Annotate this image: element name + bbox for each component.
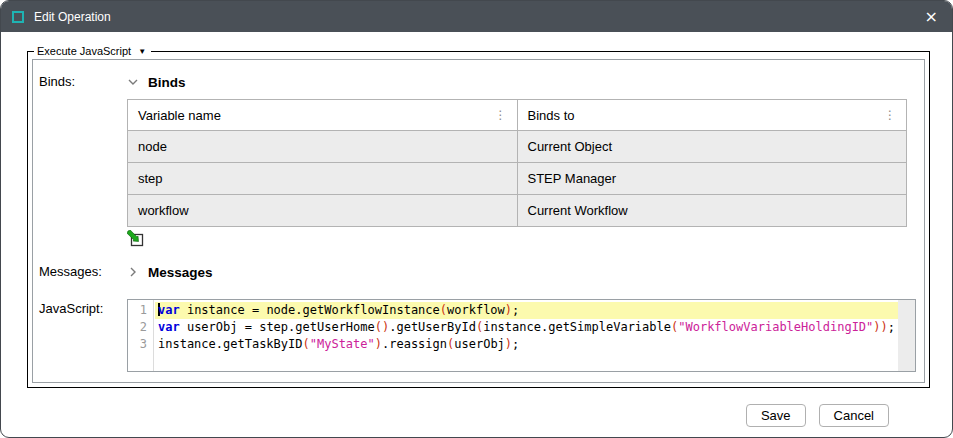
dropdown-caret-icon: ▼	[138, 47, 146, 56]
operation-form: Binds: Binds	[32, 59, 925, 383]
binds-table-row[interactable]: workflowCurrent Workflow	[128, 195, 907, 227]
editor-line-number-gutter: 123	[128, 300, 154, 371]
window-title: Edit Operation	[34, 10, 111, 24]
code-token: ;	[512, 337, 519, 351]
operation-type-label: Execute JavaScript	[37, 45, 131, 57]
code-token: "WorkflowVariableHoldingID"	[678, 320, 873, 334]
messages-section-toggle[interactable]: Messages	[127, 262, 916, 282]
save-button[interactable]: Save	[746, 404, 806, 427]
dialog-content: Execute JavaScript ▼ Binds: Binds	[1, 32, 952, 427]
code-token: userObj = step.getUserHome	[180, 320, 375, 334]
messages-section-title: Messages	[148, 265, 213, 280]
chevron-right-icon	[127, 266, 139, 278]
code-line[interactable]: instance.getTaskByID("MyState").reassign…	[155, 336, 898, 353]
binds-section-toggle[interactable]: Binds	[127, 72, 916, 92]
line-number: 1	[128, 302, 153, 319]
code-token: var	[158, 320, 180, 334]
binds-to-cell[interactable]: Current Object	[517, 131, 907, 163]
binds-form-row: Binds: Binds	[39, 72, 916, 248]
cancel-button[interactable]: Cancel	[819, 404, 889, 427]
code-token: ()	[375, 320, 389, 334]
code-token: .reassign	[382, 337, 447, 351]
binds-section-title: Binds	[148, 75, 186, 90]
code-token: )	[505, 303, 512, 317]
variable-name-cell[interactable]: node	[128, 131, 518, 163]
code-token: workflow	[447, 303, 505, 317]
code-token: )	[375, 337, 382, 351]
edit-operation-dialog: Edit Operation × Execute JavaScript ▼ Bi…	[0, 0, 953, 438]
dialog-button-row: Save Cancel	[27, 388, 926, 427]
line-number: 3	[128, 336, 153, 353]
chevron-down-icon	[127, 76, 139, 88]
javascript-field-label: JavaScript:	[39, 299, 127, 372]
code-token: .getUserById	[389, 320, 476, 334]
operation-type-dropdown[interactable]: Execute JavaScript ▼	[34, 45, 151, 57]
binds-table: Variable name ⋮ Binds to ⋮	[127, 99, 907, 227]
javascript-code-editor[interactable]: 123 var instance = node.getWorkflowInsta…	[127, 299, 916, 372]
binds-to-cell[interactable]: Current Workflow	[517, 195, 907, 227]
titlebar: Edit Operation ×	[1, 1, 952, 32]
editor-code-area[interactable]: var instance = node.getWorkflowInstance(…	[155, 300, 898, 353]
code-token: (	[440, 303, 447, 317]
column-menu-icon[interactable]: ⋮	[882, 108, 898, 122]
code-token: instance.getSimpleVariable	[483, 320, 671, 334]
code-token: )	[505, 337, 512, 351]
binds-table-header-row: Variable name ⋮ Binds to ⋮	[128, 100, 907, 131]
code-token: instance.getTaskByID	[158, 337, 303, 351]
code-token: var	[158, 303, 180, 317]
column-header-binds-to[interactable]: Binds to ⋮	[517, 100, 907, 131]
editor-vertical-scrollbar[interactable]	[898, 300, 915, 371]
code-token: instance = node.getWorkflowInstance	[180, 303, 440, 317]
binds-to-cell[interactable]: STEP Manager	[517, 163, 907, 195]
binds-field-label: Binds:	[39, 72, 127, 248]
javascript-form-row: JavaScript: 123 var instance = node.getW…	[39, 299, 916, 372]
close-icon[interactable]: ×	[925, 9, 938, 25]
binds-table-row[interactable]: stepSTEP Manager	[128, 163, 907, 195]
variable-name-cell[interactable]: workflow	[128, 195, 518, 227]
code-token: ;	[888, 320, 895, 334]
code-token: ))	[873, 320, 887, 334]
code-token: (	[303, 337, 310, 351]
line-number: 2	[128, 319, 153, 336]
code-token: userObj	[454, 337, 505, 351]
binds-table-row[interactable]: nodeCurrent Object	[128, 131, 907, 163]
messages-form-row: Messages: Messages	[39, 262, 916, 289]
add-bind-row-icon[interactable]	[127, 230, 145, 248]
code-line[interactable]: var userObj = step.getUserHome().getUser…	[155, 319, 898, 336]
variable-name-cell[interactable]: step	[128, 163, 518, 195]
code-token: "MyState"	[310, 337, 375, 351]
window-icon	[12, 11, 24, 23]
column-menu-icon[interactable]: ⋮	[493, 108, 509, 122]
column-header-variable-name[interactable]: Variable name ⋮	[128, 100, 518, 131]
operation-fieldset: Execute JavaScript ▼ Binds: Binds	[27, 45, 930, 388]
code-line-active[interactable]: var instance = node.getWorkflowInstance(…	[155, 302, 898, 319]
code-token: ;	[512, 303, 519, 317]
messages-field-label: Messages:	[39, 262, 127, 289]
